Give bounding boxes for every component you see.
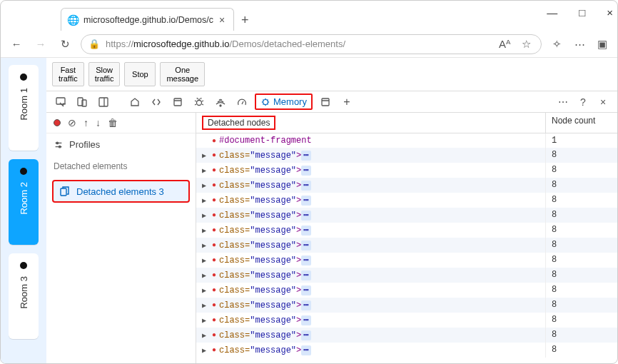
record-icon[interactable] [54,119,61,126]
address-bar: ← → ↻ 🔒 https://microsoftedge.github.io/… [1,31,617,58]
table-row[interactable]: ▶● class="message">⋯ 8 [196,313,617,328]
elements-tab-icon[interactable] [148,93,165,111]
slow-traffic-button[interactable]: Slowtraffic [88,62,121,86]
grid-body[interactable]: ● #document-fragment1▶● class="message">… [196,133,617,364]
room-1[interactable]: Room 1 [9,65,39,151]
detached-elements-item[interactable]: Detached elements 3 [52,180,190,203]
one-message-button[interactable]: Onemessage [160,62,205,86]
lock-icon: 🔒 [88,39,100,49]
devtools-more-icon[interactable]: ⋯ [554,93,572,111]
stop-button[interactable]: Stop [124,62,156,86]
window-close-icon[interactable]: × [607,6,613,19]
col-detached-nodes[interactable]: Detached nodes [196,113,546,133]
fast-traffic-button[interactable]: Fasttraffic [52,62,84,86]
svg-point-7 [197,100,202,105]
url-path: /Demos/detached-elements/ [229,39,345,49]
status-dot-icon [20,74,27,81]
table-row[interactable]: ▶● class="message">⋯ 8 [196,238,617,253]
table-row[interactable]: ▶● class="message">⋯ 8 [196,178,617,193]
import-icon[interactable]: ↓ [96,117,101,128]
grid-header: Detached nodes Node count [196,113,617,133]
table-row[interactable]: ▶● class="message">⋯ 8 [196,193,617,208]
devtools: Memory + ⋯ ? × ⊘ ↑ ↓ [46,91,617,364]
page-main: Fasttraffic Slowtraffic Stop Onemessage [46,58,617,364]
table-row[interactable]: ▶● class="message">⋯ 8 [196,298,617,313]
profiles-row[interactable]: Profiles [46,133,196,156]
devtools-tab-bar: Memory + ⋯ ? × [46,91,617,113]
url-schema: https:// [106,39,133,49]
url-box[interactable]: 🔒 https://microsoftedge.github.io/Demos/… [81,34,542,54]
window-maximize-icon[interactable]: □ [579,6,585,19]
memory-tab[interactable]: Memory [255,93,313,110]
sources-tab-icon[interactable] [169,93,186,111]
table-row[interactable]: ▶● class="message">⋯ 8 [196,163,617,178]
table-row[interactable]: ▶● class="message">⋯ 8 [196,148,617,163]
detached-item-label: Detached elements 3 [76,186,164,197]
svg-rect-3 [99,98,108,106]
devtools-right-pane: Detached nodes Node count ● #document-fr… [196,113,617,364]
sidebar-icon[interactable]: ▣ [594,38,610,51]
room-2[interactable]: Room 2 [9,159,39,245]
table-row[interactable]: ▶● class="message">⋯ 8 [196,343,617,358]
memory-tab-label: Memory [273,96,307,107]
status-dot-icon [20,168,27,175]
network-tab-icon[interactable] [212,93,229,111]
room-label: Room 1 [19,88,29,121]
table-row[interactable]: ▶● class="message">⋯ 8 [196,328,617,343]
back-button[interactable]: ← [8,36,25,53]
table-row[interactable]: ▶● class="message">⋯ 8 [196,253,617,268]
profiles-label: Profiles [69,139,100,150]
table-row[interactable]: ▶● class="message">⋯ 8 [196,208,617,223]
browser-tab[interactable]: 🌐 microsoftedge.github.io/Demos/c × [61,8,234,31]
bug-tab-icon[interactable] [191,93,208,111]
tab-close-icon[interactable]: × [218,14,226,26]
tab-title: microsoftedge.github.io/Demos/c [83,15,213,25]
application-tab-icon[interactable] [317,93,334,111]
url-host: microsoftedge.github.io [133,39,229,49]
welcome-tab-icon[interactable] [126,93,143,111]
col-node-count[interactable]: Node count [546,113,617,133]
delete-icon[interactable]: 🗑 [108,117,118,128]
clear-icon[interactable]: ⊘ [68,117,76,128]
export-icon[interactable]: ↑ [83,117,88,128]
room-3[interactable]: Room 3 [9,253,39,339]
extensions-icon[interactable]: ✧ [549,38,564,51]
titlebar: 🌐 microsoftedge.github.io/Demos/c × + — … [1,1,617,31]
devtools-close-icon[interactable]: × [594,93,612,111]
svg-line-9 [242,101,243,104]
new-tab-button[interactable]: + [234,9,255,31]
more-icon[interactable]: ⋯ [572,38,587,51]
page-controls: Fasttraffic Slowtraffic Stop Onemessage [46,58,617,91]
reload-button[interactable]: ↻ [56,36,74,53]
window-minimize-icon[interactable]: — [547,6,557,19]
status-dot-icon [20,262,27,269]
more-tabs-button[interactable]: + [338,93,355,111]
globe-icon: 🌐 [67,14,79,26]
inspect-icon[interactable] [52,93,69,111]
forward-button: → [32,36,49,53]
svg-rect-5 [174,98,181,106]
rooms-rail: Room 1 Room 2 Room 3 [1,58,46,364]
table-row[interactable]: ● #document-fragment1 [196,133,617,148]
table-row[interactable]: ▶● class="message">⋯ 8 [196,223,617,238]
table-row[interactable]: ▶● class="message">⋯ 8 [196,283,617,298]
svg-point-8 [220,105,221,106]
performance-tab-icon[interactable] [233,93,250,111]
sliders-icon [54,140,64,150]
devtools-body: ⊘ ↑ ↓ 🗑 Profiles Detached elements Detac… [46,113,617,364]
window-controls: — □ × [547,6,613,19]
dock-icon[interactable] [95,93,112,111]
detached-heading: Detached elements [46,156,196,177]
devtools-left-pane: ⊘ ↑ ↓ 🗑 Profiles Detached elements Detac… [46,113,196,364]
room-label: Room 3 [19,276,29,309]
svg-rect-11 [322,98,329,106]
room-label: Room 2 [19,182,29,215]
content: Room 1 Room 2 Room 3 Fasttraffic Slowtra… [1,58,617,364]
table-row[interactable]: ▶● class="message">⋯ 8 [196,268,617,283]
devtools-help-icon[interactable]: ? [574,93,592,111]
svg-rect-17 [61,188,66,196]
detached-icon [59,186,71,197]
read-aloud-icon[interactable]: Aᴬ [497,38,512,51]
device-icon[interactable] [74,93,91,111]
favorite-icon[interactable]: ☆ [518,38,534,51]
